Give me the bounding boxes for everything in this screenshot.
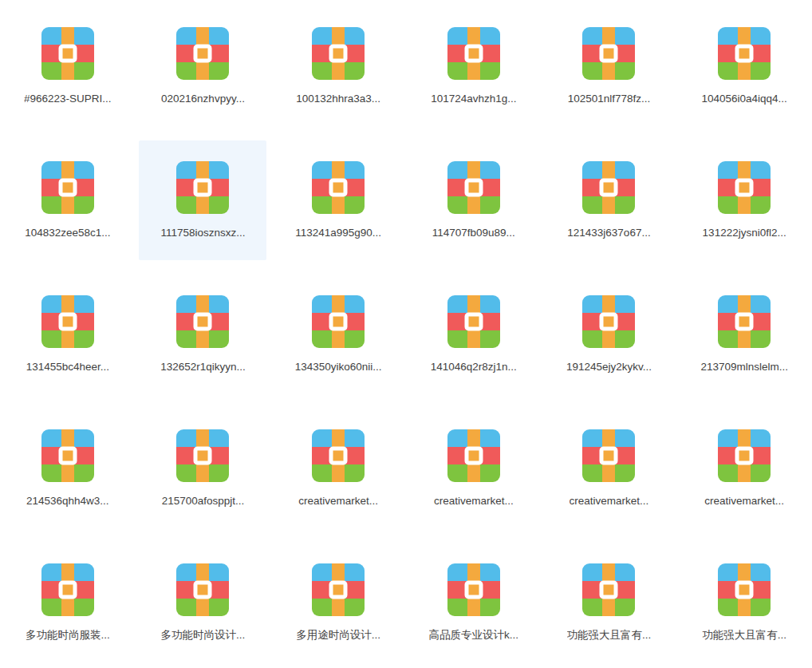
zip-archive-icon bbox=[718, 563, 771, 616]
icon-buckle bbox=[600, 45, 618, 63]
file-cell: 114707fb09u89... bbox=[406, 140, 542, 275]
icon-buckle bbox=[600, 179, 618, 197]
file-item[interactable]: 功能强大且富有... bbox=[680, 543, 808, 662]
zip-archive-icon bbox=[718, 295, 771, 348]
icon-buckle bbox=[329, 179, 348, 197]
icon-buckle bbox=[735, 313, 754, 331]
file-name-label: 功能强大且富有... bbox=[702, 628, 786, 642]
file-name-label: 多用途时尚设计... bbox=[296, 628, 380, 642]
file-cell: 132652r1qikyyn... bbox=[136, 275, 271, 409]
file-item[interactable]: 131455bc4heer... bbox=[4, 275, 132, 394]
file-cell: creativemarket... bbox=[270, 409, 406, 543]
file-name-label: 131222jysni0fl2... bbox=[703, 226, 786, 239]
zip-archive-icon bbox=[718, 161, 771, 214]
file-name-label: 215700afosppjt... bbox=[162, 494, 245, 508]
file-item[interactable]: 215700afosppjt... bbox=[139, 409, 266, 528]
file-item[interactable]: 100132hhra3a3... bbox=[274, 6, 402, 126]
file-item[interactable]: 101724avhzh1g... bbox=[410, 6, 538, 126]
icon-buckle bbox=[194, 179, 212, 197]
file-name-label: 113241a995g90... bbox=[295, 226, 381, 239]
zip-archive-icon bbox=[312, 27, 365, 80]
file-cell: creativemarket... bbox=[542, 409, 677, 543]
file-item[interactable]: 214536qhh4w3... bbox=[4, 409, 132, 528]
file-cell: creativemarket... bbox=[676, 409, 812, 543]
file-item[interactable]: 113241a995g90... bbox=[274, 140, 402, 260]
file-cell: 功能强大且富有... bbox=[542, 543, 677, 668]
file-name-label: creativemarket... bbox=[570, 494, 649, 508]
file-item[interactable]: 121433j637o67... bbox=[545, 140, 672, 260]
zip-archive-icon bbox=[447, 161, 500, 214]
icon-buckle bbox=[464, 581, 483, 599]
file-cell: 141046q2r8zj1n... bbox=[406, 275, 542, 409]
icon-buckle bbox=[735, 45, 754, 63]
file-name-label: 111758iosznsxz... bbox=[160, 226, 245, 239]
file-cell: 104056i0a4iqq4... bbox=[676, 6, 812, 140]
file-item[interactable]: 141046q2r8zj1n... bbox=[410, 275, 538, 394]
file-name-label: 100132hhra3a3... bbox=[296, 92, 380, 105]
icon-buckle bbox=[329, 447, 348, 465]
icon-buckle bbox=[464, 447, 483, 465]
file-item[interactable]: 114707fb09u89... bbox=[410, 140, 538, 260]
file-list-view[interactable]: #966223-SUPRI... 020216nzhvpyy... 10 bbox=[0, 0, 812, 668]
file-item[interactable]: creativemarket... bbox=[410, 409, 538, 528]
zip-archive-icon bbox=[582, 563, 635, 616]
file-cell: 020216nzhvpyy... bbox=[136, 6, 271, 140]
icon-buckle bbox=[464, 313, 483, 331]
file-cell: 多功能时尚设计... bbox=[136, 543, 271, 668]
file-item[interactable]: 020216nzhvpyy... bbox=[139, 6, 266, 126]
file-name-label: 020216nzhvpyy... bbox=[161, 92, 245, 105]
file-item[interactable]: 104056i0a4iqq4... bbox=[680, 6, 808, 126]
icon-buckle bbox=[464, 179, 483, 197]
file-name-label: 102501nlf778fz... bbox=[568, 92, 651, 105]
file-item[interactable]: 104832zee58c1... bbox=[4, 140, 132, 260]
file-cell: 131222jysni0fl2... bbox=[676, 140, 812, 275]
file-cell: 功能强大且富有... bbox=[676, 543, 812, 668]
zip-archive-icon bbox=[176, 27, 229, 80]
file-item[interactable]: creativemarket... bbox=[545, 409, 672, 528]
icon-buckle bbox=[735, 581, 754, 599]
zip-archive-icon bbox=[582, 295, 635, 348]
zip-archive-icon bbox=[718, 27, 771, 80]
file-cell: 多功能时尚服装... bbox=[0, 543, 136, 668]
zip-archive-icon bbox=[176, 429, 229, 482]
file-name-label: 功能强大且富有... bbox=[567, 628, 652, 642]
file-cell: 121433j637o67... bbox=[542, 140, 677, 275]
file-item[interactable]: #966223-SUPRI... bbox=[4, 6, 132, 126]
file-name-label: creativemarket... bbox=[298, 494, 378, 508]
file-item[interactable]: 191245ejy2kykv... bbox=[545, 275, 672, 394]
file-item[interactable]: 多用途时尚设计... bbox=[274, 543, 402, 662]
file-cell: 多用途时尚设计... bbox=[270, 543, 406, 668]
file-name-label: 104832zee58c1... bbox=[25, 226, 110, 239]
file-item[interactable]: 131222jysni0fl2... bbox=[680, 140, 808, 260]
icon-buckle bbox=[58, 581, 77, 599]
file-cell: 131455bc4heer... bbox=[0, 275, 136, 409]
file-item[interactable]: 134350yiko60nii... bbox=[274, 275, 402, 394]
file-cell: creativemarket... bbox=[406, 409, 542, 543]
file-item[interactable]: 高品质专业设计k... bbox=[410, 543, 538, 662]
file-item[interactable]: 132652r1qikyyn... bbox=[139, 275, 266, 394]
zip-archive-icon bbox=[41, 161, 94, 214]
file-cell: 213709mlnslelm... bbox=[676, 275, 812, 409]
file-item[interactable]: 功能强大且富有... bbox=[545, 543, 672, 662]
file-item[interactable]: 多功能时尚服装... bbox=[4, 543, 132, 662]
file-item[interactable]: 多功能时尚设计... bbox=[139, 543, 266, 662]
file-name-label: 131455bc4heer... bbox=[26, 360, 109, 374]
file-item[interactable]: 102501nlf778fz... bbox=[545, 6, 672, 126]
file-name-label: 高品质专业设计k... bbox=[429, 628, 519, 642]
file-name-label: 214536qhh4w3... bbox=[26, 494, 109, 508]
icon-buckle bbox=[58, 447, 77, 465]
file-cell: 214536qhh4w3... bbox=[0, 409, 136, 543]
zip-archive-icon bbox=[312, 563, 365, 616]
icon-buckle bbox=[464, 45, 483, 63]
file-cell: #966223-SUPRI... bbox=[0, 6, 136, 140]
icon-buckle bbox=[194, 313, 212, 331]
file-item[interactable]: 111758iosznsxz... bbox=[139, 140, 266, 260]
file-cell: 100132hhra3a3... bbox=[270, 6, 406, 140]
file-item[interactable]: creativemarket... bbox=[680, 409, 808, 528]
file-name-label: 191245ejy2kykv... bbox=[566, 360, 652, 374]
file-item[interactable]: 213709mlnslelm... bbox=[680, 275, 808, 394]
file-item[interactable]: creativemarket... bbox=[274, 409, 402, 528]
zip-archive-icon bbox=[41, 429, 94, 482]
zip-archive-icon bbox=[312, 295, 365, 348]
file-name-label: creativemarket... bbox=[704, 494, 784, 508]
